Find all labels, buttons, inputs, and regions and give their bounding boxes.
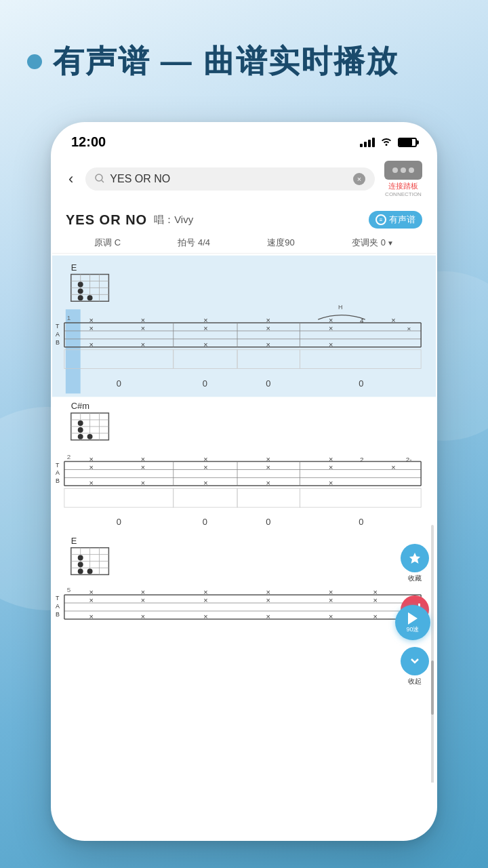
play-button[interactable]: 90速 xyxy=(395,605,430,640)
svg-point-63 xyxy=(87,434,93,439)
svg-text:×: × xyxy=(203,340,207,349)
svg-text:×: × xyxy=(141,463,145,471)
svg-text:×: × xyxy=(391,316,395,324)
svg-text:H: H xyxy=(338,304,342,311)
svg-text:×: × xyxy=(329,340,333,349)
svg-text:B: B xyxy=(56,339,60,346)
svg-text:×: × xyxy=(89,340,93,349)
collect-button[interactable]: 收藏 xyxy=(396,538,433,589)
search-input-value: YES OR NO xyxy=(110,173,348,185)
svg-text:×: × xyxy=(141,479,145,487)
svg-text:×: × xyxy=(89,588,93,596)
svg-text:4: 4 xyxy=(360,317,364,324)
play-cursor xyxy=(66,309,81,393)
chord-label-csm: C#m xyxy=(71,401,89,411)
svg-text:×: × xyxy=(141,612,145,620)
status-icons xyxy=(360,136,417,149)
search-icon xyxy=(95,174,104,185)
svg-text:×: × xyxy=(89,316,93,324)
svg-text:×: × xyxy=(266,596,270,604)
music-time-sig: 拍号 4/4 xyxy=(178,237,210,249)
play-speed-label: 90速 xyxy=(406,625,419,634)
svg-text:×: × xyxy=(329,324,333,332)
svg-point-60 xyxy=(78,420,83,426)
svg-text:×: × xyxy=(141,340,145,349)
svg-text:T: T xyxy=(56,323,60,330)
svg-text:T: T xyxy=(56,595,60,601)
svg-text:×: × xyxy=(407,325,411,332)
svg-text:×: × xyxy=(89,324,93,332)
search-box[interactable]: YES OR NO × xyxy=(85,167,375,191)
music-tempo: 速度90 xyxy=(267,237,294,249)
svg-text:0: 0 xyxy=(266,517,270,527)
chord-label-e2: E xyxy=(71,536,77,546)
playing-section-bg xyxy=(52,256,436,397)
play-button-container: 90速 xyxy=(395,605,430,640)
svg-text:5: 5 xyxy=(67,586,71,593)
svg-text:×: × xyxy=(266,463,270,471)
phone-mockup: 12:00 ‹ YES OR NO × xyxy=(51,122,437,841)
svg-text:×: × xyxy=(203,324,207,332)
svg-text:×: × xyxy=(89,612,93,620)
song-title: YES OR NO xyxy=(66,212,147,228)
svg-text:×: × xyxy=(141,455,145,463)
svg-text:×: × xyxy=(329,596,333,604)
connection-button[interactable]: 连接踏板 CONNECTION xyxy=(382,161,425,197)
connection-device-icon xyxy=(384,161,422,180)
svg-text:×: × xyxy=(89,463,93,471)
svg-point-110 xyxy=(78,555,83,561)
header-dot xyxy=(27,54,42,69)
svg-text:×: × xyxy=(373,596,377,604)
svg-text:×: × xyxy=(141,588,145,596)
wifi-icon xyxy=(380,136,392,149)
svg-text:×: × xyxy=(391,463,395,471)
svg-text:×: × xyxy=(329,455,333,463)
svg-marker-142 xyxy=(409,553,420,564)
collapse-button[interactable]: 收起 xyxy=(396,642,433,692)
svg-text:×: × xyxy=(266,340,270,349)
svg-rect-79 xyxy=(237,488,300,507)
tab-svg: E 1 T A B xyxy=(52,254,436,783)
svg-text:2-: 2- xyxy=(406,456,412,463)
svg-text:×: × xyxy=(141,324,145,332)
svg-text:×: × xyxy=(373,588,377,596)
signal-icon xyxy=(360,138,375,147)
svg-text:A: A xyxy=(56,469,60,476)
svg-line-1 xyxy=(102,180,104,182)
svg-text:×: × xyxy=(141,596,145,604)
music-key: 原调 C xyxy=(94,237,121,249)
svg-point-10 xyxy=(78,288,83,294)
svg-text:×: × xyxy=(89,596,93,604)
search-area: ‹ YES OR NO × 连接踏板 CONNECTION xyxy=(52,155,436,203)
back-button[interactable]: ‹ xyxy=(63,167,79,191)
music-capo[interactable]: 变调夹 0 ▼ xyxy=(352,237,394,249)
svg-text:T: T xyxy=(56,462,60,469)
status-time: 12:00 xyxy=(71,134,106,150)
svg-point-9 xyxy=(78,281,83,287)
collapse-label: 收起 xyxy=(408,677,422,686)
status-bar: 12:00 xyxy=(52,123,436,155)
svg-text:×: × xyxy=(373,612,377,620)
app-header: 有声谱 — 曲谱实时播放 xyxy=(0,0,488,96)
svg-text:0: 0 xyxy=(359,378,363,389)
svg-text:×: × xyxy=(203,455,207,463)
svg-text:1: 1 xyxy=(67,314,71,321)
svg-text:×: × xyxy=(203,479,207,487)
svg-text:×: × xyxy=(266,612,270,620)
svg-point-11 xyxy=(78,295,83,300)
svg-text:×: × xyxy=(329,316,333,324)
svg-point-0 xyxy=(96,174,102,181)
svg-text:×: × xyxy=(266,588,270,596)
svg-text:×: × xyxy=(329,612,333,620)
svg-text:×: × xyxy=(329,588,333,596)
svg-text:×: × xyxy=(203,588,207,596)
svg-text:×: × xyxy=(89,479,93,487)
svg-text:×: × xyxy=(203,463,207,471)
search-clear-button[interactable]: × xyxy=(353,173,365,185)
svg-text:0: 0 xyxy=(203,378,207,389)
youshenpu-badge[interactable]: ≡ 有声谱 xyxy=(369,211,422,229)
svg-text:×: × xyxy=(203,596,207,604)
svg-text:B: B xyxy=(56,611,60,618)
svg-point-113 xyxy=(87,568,93,574)
svg-text:×: × xyxy=(266,455,270,463)
